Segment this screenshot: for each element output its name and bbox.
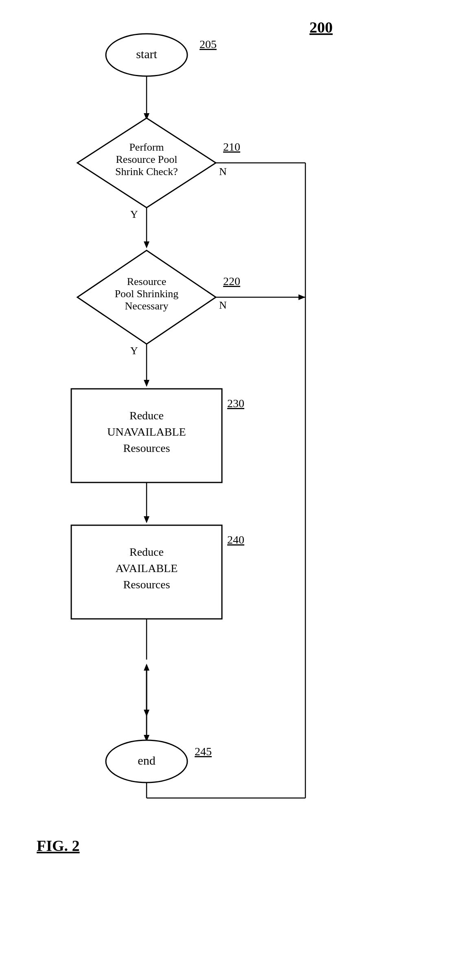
unavail-ref: 230 [227, 397, 244, 410]
unavail-line2: UNAVAILABLE [107, 425, 186, 438]
svg-marker-10 [298, 294, 305, 300]
svg-marker-15 [144, 516, 149, 523]
necessary-y-label: Y [130, 345, 138, 357]
avail-line2: AVAILABLE [116, 562, 178, 574]
end-label: end [138, 754, 155, 767]
fig-label: FIG. 2 [37, 837, 80, 854]
check-y-label: Y [130, 208, 138, 220]
avail-line1: Reduce [129, 546, 164, 558]
unavail-line1: Reduce [129, 409, 164, 422]
avail-line3: Resources [123, 578, 170, 591]
diagram-title: 200 [309, 19, 333, 36]
check-line1: Perform [129, 141, 164, 153]
necessary-n-label: N [219, 299, 227, 311]
start-label: start [136, 47, 157, 61]
check-ref: 210 [223, 140, 240, 153]
necessary-ref: 220 [223, 275, 240, 287]
check-line2: Resource Pool [116, 153, 178, 165]
svg-marker-12 [144, 380, 149, 387]
svg-marker-7 [144, 241, 149, 248]
necessary-line1: Resource [127, 276, 167, 287]
unavail-line3: Resources [123, 442, 170, 454]
diagram-container: 200 start 205 Perform Resource Pool Shri… [0, 0, 465, 980]
check-line3: Shrink Check? [115, 166, 178, 178]
necessary-line2: Pool Shrinking [115, 288, 179, 300]
start-ref: 205 [200, 38, 217, 50]
necessary-line3: Necessary [125, 300, 169, 312]
end-ref: 245 [195, 745, 212, 758]
avail-ref: 240 [227, 533, 244, 546]
check-n-label: N [219, 166, 227, 178]
